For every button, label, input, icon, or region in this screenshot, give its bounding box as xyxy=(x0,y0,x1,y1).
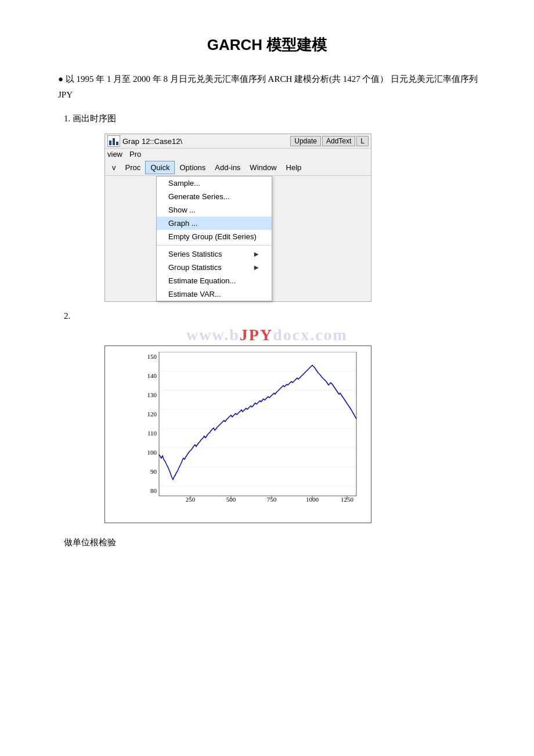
chart-svg: 150 140 130 120 110 100 90 80 250 500 75… xyxy=(134,352,365,503)
section1-heading: 1. 画出时序图 xyxy=(64,113,488,124)
series-statistics-label: Series Statistics xyxy=(168,250,222,258)
menu-help[interactable]: Help xyxy=(282,161,306,174)
y-label-90: 90 xyxy=(150,468,157,475)
menu-item-group-statistics[interactable]: Group Statistics ► xyxy=(157,261,272,274)
group-statistics-arrow: ► xyxy=(252,263,260,272)
watermark-jpy: JPY xyxy=(240,326,273,344)
view-label: view xyxy=(107,150,122,159)
toolbar-row: Grap 12::Case12\ Update AddText L xyxy=(105,134,371,149)
menu-item-estimate-equation[interactable]: Estimate Equation... xyxy=(157,274,272,287)
y-label-120: 120 xyxy=(147,411,157,417)
watermark: www.bJPYdocx.com xyxy=(46,326,488,344)
section2-label: 2. xyxy=(64,311,488,321)
menu-quick[interactable]: Quick xyxy=(145,161,175,174)
chart-border xyxy=(159,352,356,496)
dropdown-container: Sample... Generate Series... Show ... Gr… xyxy=(105,176,371,301)
update-button[interactable]: Update xyxy=(290,136,321,146)
pro-label: Pro xyxy=(129,150,141,159)
l-button[interactable]: L xyxy=(356,136,369,146)
y-label-150: 150 xyxy=(147,353,157,360)
toolbar-buttons: Update AddText L xyxy=(290,136,369,146)
menu-item-series-statistics[interactable]: Series Statistics ► xyxy=(157,247,272,261)
menu-window[interactable]: Window xyxy=(245,161,281,174)
y-label-80: 80 xyxy=(150,487,157,494)
menu-item-estimate-var[interactable]: Estimate VAR... xyxy=(157,287,272,301)
view-row: view Pro xyxy=(105,149,371,160)
menu-options[interactable]: Options xyxy=(175,161,210,174)
y-label-100: 100 xyxy=(147,449,157,456)
addtext-button[interactable]: AddText xyxy=(322,136,355,146)
menu-addins[interactable]: Add-ins xyxy=(210,161,245,174)
chart-icon xyxy=(107,135,120,147)
toolbar-path: 12::Case12\ xyxy=(142,137,290,146)
menu-bar: v Proc Quick Options Add-ins Window Help xyxy=(105,160,371,176)
intro-paragraph: ● 以 1995 年 1 月至 2000 年 8 月日元兑美元汇率值序列 ARC… xyxy=(58,71,488,103)
graph-label: Grap xyxy=(122,137,139,146)
menu-v[interactable]: v xyxy=(107,161,121,174)
page-title: GARCH 模型建模 xyxy=(46,35,488,55)
menu-item-show[interactable]: Show ... xyxy=(157,203,272,217)
y-label-110: 110 xyxy=(147,430,157,437)
y-label-140: 140 xyxy=(147,372,157,379)
menu-item-sample[interactable]: Sample... xyxy=(157,177,272,190)
menu-screenshot: Grap 12::Case12\ Update AddText L view P… xyxy=(104,134,371,302)
chart-container: 150 140 130 120 110 100 90 80 250 500 75… xyxy=(104,345,371,523)
group-statistics-label: Group Statistics xyxy=(168,263,222,272)
menu-item-graph[interactable]: Graph ... xyxy=(157,217,272,230)
dropdown-separator xyxy=(157,245,272,246)
series-statistics-arrow: ► xyxy=(252,250,260,258)
footer-text: 做单位根检验 xyxy=(64,537,488,548)
menu-proc[interactable]: Proc xyxy=(121,161,146,174)
y-label-130: 130 xyxy=(147,391,157,398)
dropdown-menu: Sample... Generate Series... Show ... Gr… xyxy=(156,176,272,301)
menu-item-generate-series[interactable]: Generate Series... xyxy=(157,190,272,203)
menu-item-empty-group[interactable]: Empty Group (Edit Series) xyxy=(157,230,272,243)
